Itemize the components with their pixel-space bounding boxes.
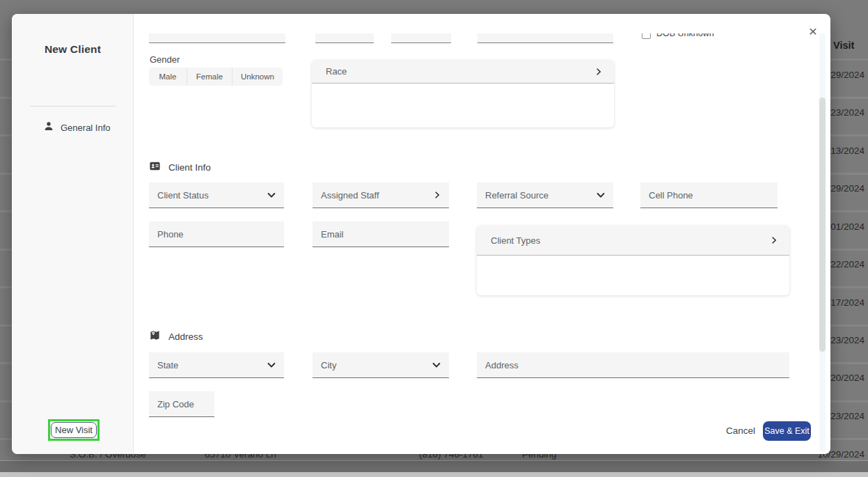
chevron-down-icon [267,360,276,370]
clipped-input[interactable] [315,33,374,43]
screen: Visit 10/29/2024 10/23/2024 10/13/2024 1… [0,0,868,477]
clipped-input[interactable] [478,33,613,43]
form-top-clipped-row: DOB Unknown [134,33,830,45]
clipped-input[interactable] [149,33,285,43]
modal-scrollbar-track[interactable] [819,33,826,453]
referral-source-select[interactable]: Referral Source [477,182,613,208]
modal-title: New Client [12,43,134,56]
address-section-header: Address [149,329,203,344]
phone-input[interactable]: Phone [149,221,284,247]
cell-phone-input[interactable]: Cell Phone [640,182,778,208]
city-select[interactable]: City [313,352,449,378]
sidebar-divider [30,106,116,107]
clipped-input[interactable] [391,33,451,43]
map-pin-icon [149,329,161,344]
gender-button-group: Male Female Unknown [149,68,283,86]
sidebar-item-label: General Info [61,123,111,133]
assigned-staff-picker[interactable]: Assigned Staff [313,182,449,208]
field-placeholder: Email [321,229,344,240]
field-placeholder: Zip Code [157,399,194,409]
client-types-selection-area [477,256,789,295]
client-status-select[interactable]: Client Status [149,182,284,208]
new-visit-highlight: New Visit [48,419,100,441]
chevron-down-icon [596,190,606,200]
cancel-button[interactable]: Cancel [713,425,755,436]
race-selection-area [312,84,614,127]
client-info-title: Client Info [168,162,211,173]
client-types-label: Client Types [491,235,540,246]
client-info-section-header: Client Info [149,160,211,175]
chevron-right-icon [770,236,778,244]
person-icon [43,120,54,134]
race-panel: Race [312,60,614,127]
gender-female-button[interactable]: Female [187,68,232,86]
zip-code-input[interactable]: Zip Code [149,391,214,417]
field-label: City [321,360,336,370]
backdrop-band [0,460,868,472]
dob-unknown-checkbox[interactable] [642,33,651,39]
field-placeholder: Phone [157,229,184,240]
backdrop-footer-strip [0,472,868,477]
chevron-down-icon [267,190,276,200]
sidebar-item-general-info[interactable]: General Info [43,120,111,134]
field-label: State [157,360,178,370]
gender-male-button[interactable]: Male [149,68,187,86]
contact-card-icon [149,160,161,175]
dob-unknown-label: DOB Unknown [656,33,714,38]
field-label: Client Status [157,190,209,201]
modal-scrollbar-thumb[interactable] [819,97,826,352]
race-label: Race [326,66,347,77]
chevron-right-icon [433,191,441,199]
client-types-header[interactable]: Client Types [477,226,789,256]
modal-sidebar: New Client General Info New Visit [12,14,134,454]
email-input[interactable]: Email [313,221,449,247]
save-and-exit-button[interactable]: Save & Exit [763,421,811,441]
address-title: Address [168,331,203,342]
field-placeholder: Address [485,360,519,370]
field-placeholder: Cell Phone [649,190,693,201]
new-client-modal: New Client General Info New Visit DOB Un… [12,14,830,454]
field-label: Assigned Staff [321,190,379,201]
chevron-down-icon [432,360,441,370]
client-types-panel: Client Types [477,226,789,295]
new-visit-button[interactable]: New Visit [51,422,97,438]
state-select[interactable]: State [149,352,284,378]
field-label: Referral Source [485,190,549,201]
race-header[interactable]: Race [312,60,614,84]
visit-column-header: Visit [833,40,854,51]
chevron-right-icon [594,68,603,76]
gender-label: Gender [150,54,180,65]
gender-unknown-button[interactable]: Unknown [232,68,283,86]
address-input[interactable]: Address [477,352,789,378]
